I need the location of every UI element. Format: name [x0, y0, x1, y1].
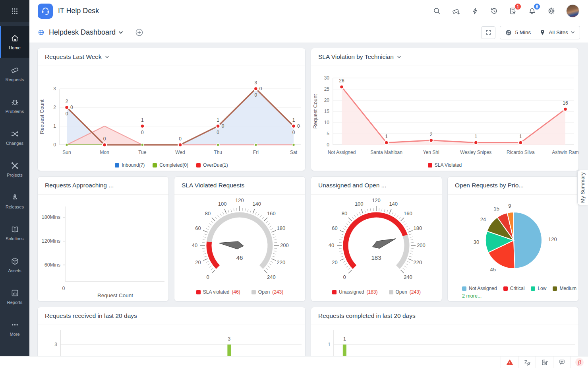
translate-icon: [523, 358, 531, 366]
legend-swatch: [531, 286, 535, 291]
card-title: Open Requests by Prio...: [455, 182, 524, 189]
svg-text:240: 240: [267, 274, 276, 280]
svg-text:0: 0: [327, 142, 329, 148]
card-sla-violated-requests: SLA Violated Requests 020406080100120140…: [174, 176, 306, 302]
sidebar-item-home[interactable]: Home: [0, 26, 29, 58]
svg-text:1: 1: [519, 134, 522, 139]
legend-item[interactable]: Inbound(7): [115, 162, 145, 168]
card-title: Requests Approaching ...: [45, 182, 114, 189]
helpdesk-logo[interactable]: [38, 4, 53, 19]
svg-text:2: 2: [53, 105, 56, 110]
chevron-down-icon[interactable]: [571, 31, 575, 34]
sla-violated-requests-svg: 02040608010012014016018020022024046: [174, 195, 306, 286]
gear-icon: [547, 7, 555, 15]
quick-actions-button[interactable]: [471, 7, 479, 15]
svg-text:26: 26: [339, 78, 344, 84]
location-pin-icon: [539, 29, 546, 36]
chevron-down-icon[interactable]: [118, 31, 123, 34]
quick-create-button[interactable]: [452, 7, 460, 16]
globe-icon: [37, 29, 45, 36]
notifications-button[interactable]: 8: [528, 7, 536, 15]
legend-item[interactable]: Open (243): [251, 289, 283, 295]
sidebar-item-reports[interactable]: Reports: [0, 280, 29, 312]
translate-button[interactable]: [518, 356, 536, 368]
ticket-icon: [10, 66, 19, 75]
svg-text:0: 0: [66, 111, 68, 117]
legend-item[interactable]: Medium: [553, 286, 576, 291]
search-button[interactable]: [433, 7, 441, 15]
divider: [129, 28, 129, 37]
svg-text:220: 220: [277, 259, 286, 265]
sidebar-item-more[interactable]: More: [0, 312, 29, 344]
svg-text:Yen Shi: Yen Shi: [423, 150, 439, 155]
svg-text:46: 46: [236, 254, 243, 261]
svg-text:160: 160: [267, 210, 276, 216]
legend-item[interactable]: Unassigned (183): [332, 289, 377, 295]
legend-item[interactable]: Completed(0): [153, 162, 188, 168]
legend-item[interactable]: Open (243): [389, 289, 421, 295]
sidebar-item-changes[interactable]: Changes: [0, 121, 29, 153]
svg-text:5: 5: [327, 131, 329, 136]
svg-text:Mon: Mon: [100, 150, 109, 155]
card-title: Unassigned and Open ...: [318, 182, 386, 189]
svg-text:1: 1: [217, 117, 219, 123]
requests-approaching-sla-svg: 180Mins120Mins60Mins0Request Count: [37, 195, 169, 302]
pie-legend-more-link[interactable]: 2 more...: [448, 293, 578, 301]
cube-icon: [10, 257, 19, 266]
svg-text:Thu: Thu: [214, 150, 222, 155]
user-avatar[interactable]: [566, 4, 579, 18]
sidebar-item-assets[interactable]: Assets: [0, 249, 29, 280]
settings-button[interactable]: [547, 7, 555, 15]
svg-text:183: 183: [371, 254, 381, 261]
search-icon: [433, 7, 441, 15]
sidebar-item-releases[interactable]: Releases: [0, 185, 29, 217]
legend-swatch: [389, 290, 393, 294]
svg-text:1: 1: [292, 117, 295, 123]
requests-completed-20-days-svg: 1Request Count1: [311, 325, 579, 356]
site-selector[interactable]: All Sites: [549, 29, 568, 35]
sidebar-item-projects[interactable]: Projects: [0, 153, 29, 185]
card-menu-chevron[interactable]: [105, 56, 109, 58]
legend-label: OverDue(1): [203, 162, 228, 168]
legend-label: Low: [538, 286, 546, 291]
feedback-compose-button[interactable]: [536, 356, 553, 368]
legend-item[interactable]: SLA Violated: [428, 162, 462, 168]
book-icon: [10, 225, 19, 234]
svg-text:20: 20: [324, 97, 330, 103]
unassigned-open-gauge: 020406080100120140160180200220240183Unas…: [311, 195, 442, 301]
legend-item[interactable]: Low: [531, 286, 546, 291]
legend-item[interactable]: Critical: [503, 286, 525, 291]
alert-button[interactable]: [501, 356, 518, 368]
sidebar-item-requests[interactable]: Requests: [0, 58, 29, 90]
legend-item[interactable]: Not Assigned: [462, 286, 497, 291]
fullscreen-button[interactable]: [481, 26, 495, 39]
chat-button[interactable]: [553, 356, 571, 368]
history-button[interactable]: [490, 7, 498, 15]
sidebar-item-problems[interactable]: Problems: [0, 90, 29, 121]
svg-text:15: 15: [494, 206, 499, 212]
svg-text:120: 120: [235, 197, 244, 203]
refresh-icon[interactable]: [505, 29, 512, 36]
tools-icon: [10, 161, 19, 170]
sla-violated-gauge: 02040608010012014016018020022024046SLA v…: [174, 195, 305, 301]
svg-text:0: 0: [62, 286, 65, 291]
legend-item[interactable]: OverDue(1): [196, 162, 228, 168]
requests-received-20-days-svg: 3Request Count3: [37, 325, 306, 356]
my-summary-tab[interactable]: My Summary: [577, 170, 588, 205]
svg-text:Fri: Fri: [253, 150, 259, 155]
svg-text:3: 3: [54, 342, 57, 347]
approvals-button[interactable]: 1: [509, 7, 517, 15]
beta-button[interactable]: β: [571, 356, 588, 368]
legend-swatch: [553, 286, 557, 291]
legend-value: (243): [410, 289, 421, 295]
card-menu-chevron[interactable]: [397, 56, 401, 58]
refresh-interval-label[interactable]: 5 Mins: [515, 29, 531, 35]
legend-item[interactable]: SLA violated (46): [196, 289, 240, 295]
svg-text:2: 2: [430, 132, 433, 137]
sidebar-item-solutions[interactable]: Solutions: [0, 217, 29, 249]
apps-grid-button[interactable]: [0, 0, 29, 22]
dashboard-title-dropdown[interactable]: Helpdesk Dashboard: [49, 28, 116, 37]
add-dashboard-button[interactable]: [135, 28, 144, 37]
card-requests-approaching-sla: Requests Approaching ... 180Mins120Mins6…: [37, 176, 169, 302]
svg-text:Sat: Sat: [290, 150, 298, 155]
